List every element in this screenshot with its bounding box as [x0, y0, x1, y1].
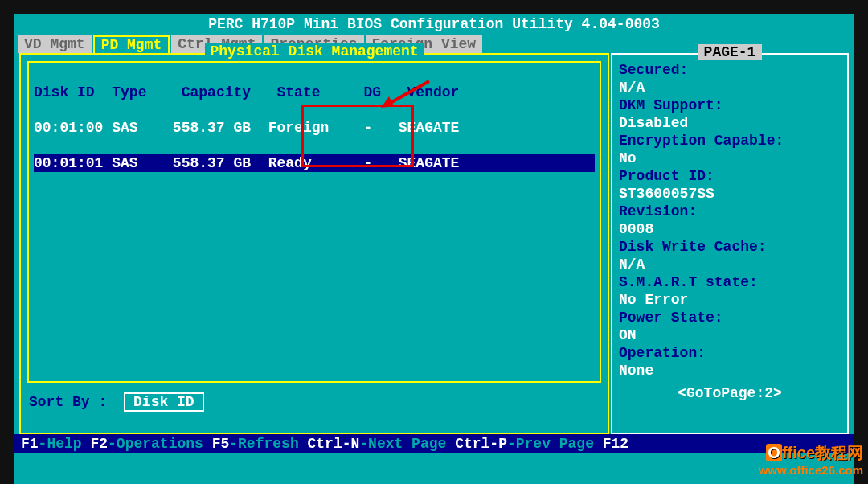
operation-value: None [619, 363, 653, 379]
power-label: Power State: [619, 310, 723, 326]
encryption-label: Encryption Capable: [619, 133, 784, 149]
smart-label: S.M.A.R.T state: [619, 274, 758, 290]
encryption-value: No [619, 150, 637, 166]
sort-by-value[interactable]: Disk ID [124, 392, 204, 412]
operation-label: Operation: [619, 345, 706, 361]
dkm-label: DKM Support: [619, 97, 723, 113]
dwc-label: Disk Write Cache: [619, 239, 767, 255]
right-panel: PAGE-1 Secured: N/A DKM Support: Disable… [611, 53, 849, 434]
revision-value: 0008 [619, 221, 653, 237]
table-row[interactable]: 00:01:01 SAS 558.37 GB Ready - SEAGATE [34, 154, 595, 172]
help-bar: F1-Help F2-Operations F5-Refresh Ctrl-N-… [14, 434, 854, 453]
left-panel: Physical Disk Management Disk ID Type Ca… [19, 53, 609, 434]
dkm-value: Disabled [619, 115, 688, 131]
disk-table-frame: Disk ID Type Capacity State DG Vendor 00… [27, 61, 601, 383]
dwc-value: N/A [619, 256, 645, 273]
panel-title: Physical Disk Management [21, 43, 608, 59]
utility-title: PERC H710P Mini BIOS Configuration Utili… [14, 14, 854, 35]
revision-label: Revision: [619, 203, 697, 219]
table-row[interactable]: 00:01:00 SAS 558.37 GB Foreign - SEAGATE [34, 119, 595, 137]
monitor-frame: PERC H710P Mini BIOS Configuration Utili… [0, 0, 868, 484]
page-indicator: PAGE-1 [612, 43, 847, 61]
product-id-label: Product ID: [619, 168, 714, 184]
smart-value: No Error [619, 292, 688, 308]
power-value: ON [619, 327, 637, 343]
sort-by: Sort By : Disk ID [21, 389, 608, 415]
bios-screen: PERC H710P Mini BIOS Configuration Utili… [14, 14, 854, 484]
goto-page[interactable]: <GoToPage:2> [678, 385, 782, 401]
table-header: Disk ID Type Capacity State DG Vendor [34, 84, 595, 101]
secured-label: Secured: [619, 62, 688, 78]
secured-value: N/A [619, 80, 645, 96]
product-id-value: ST3600057SS [619, 186, 714, 202]
